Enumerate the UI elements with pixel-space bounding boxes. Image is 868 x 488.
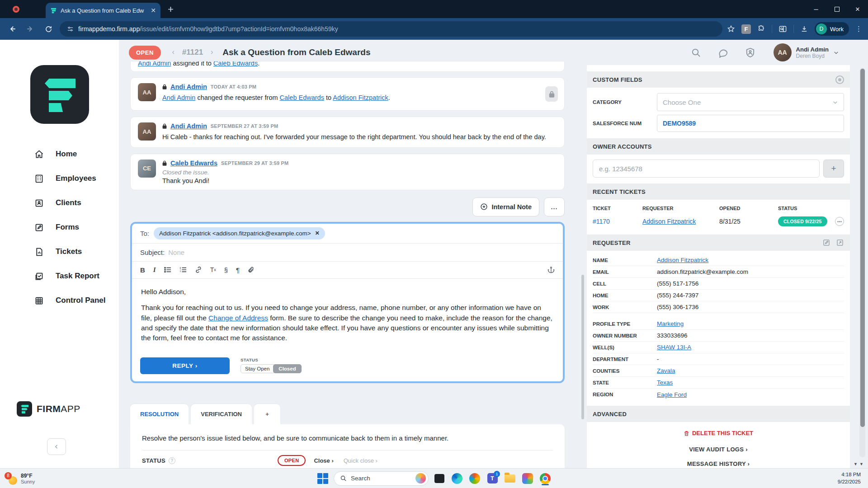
forward-icon[interactable] — [24, 25, 37, 33]
sidebar-item-tickets[interactable]: Tickets — [0, 239, 119, 264]
detail-link[interactable]: SHAW 13I-A — [657, 344, 691, 351]
closed-option[interactable]: Closed — [273, 364, 301, 373]
scrollbar-thumb[interactable] — [860, 69, 865, 427]
numbered-list-icon[interactable] — [179, 267, 187, 273]
bullet-list-icon[interactable] — [164, 267, 171, 273]
owner-account-input[interactable]: e.g. 12345678 — [593, 160, 820, 178]
new-tab-icon[interactable] — [168, 6, 174, 12]
messages-icon[interactable] — [716, 45, 731, 60]
message-history-link[interactable]: MESSAGE HISTORY › — [587, 460, 850, 467]
more-options-button[interactable]: ... — [544, 197, 565, 216]
reply-button[interactable]: REPLY › — [140, 357, 230, 374]
browser-menu-icon[interactable]: ⋮ — [855, 25, 863, 33]
detail-link[interactable]: Addison Fitzpatrick — [657, 257, 708, 263]
subject-field[interactable]: Subject: None — [132, 244, 563, 262]
site-settings-icon[interactable] — [67, 26, 74, 33]
stay-open-option[interactable]: Stay Open — [241, 364, 274, 373]
taskbar-weather[interactable]: 8 89°F Sunny — [5, 472, 35, 485]
anchor-icon[interactable] — [547, 266, 555, 273]
detail-link[interactable]: Texas — [657, 379, 673, 386]
bold-icon[interactable]: B — [140, 266, 145, 274]
section-icon[interactable]: § — [224, 266, 228, 274]
extensions-puzzle-icon[interactable] — [757, 25, 765, 33]
edit-requester-icon[interactable] — [822, 239, 830, 247]
url-bar[interactable]: firmappdemo.firm.app/issue/edit/ismfvm0h… — [60, 21, 722, 37]
taskbar-clock[interactable]: 4:18 PM 9/22/2025 — [838, 471, 861, 485]
close-window-icon[interactable]: ✕ — [847, 0, 868, 18]
message-body-editor[interactable]: Hello Addison, Thank you for reaching ou… — [132, 279, 563, 353]
tab-close-icon[interactable]: ✕ — [151, 7, 156, 14]
back-icon[interactable] — [5, 25, 19, 33]
view-audit-logs-link[interactable]: VIEW AUDIT LOGS › — [587, 446, 850, 453]
extension-f-icon[interactable]: F — [741, 24, 751, 34]
internal-note-button[interactable]: Internal Note — [472, 197, 539, 216]
bookmark-star-icon[interactable] — [727, 25, 735, 33]
italic-icon[interactable]: I — [153, 266, 156, 274]
recipient-chip[interactable]: Addison Fitzpatrick <addison.fitzpatrick… — [154, 227, 325, 239]
tab-verification[interactable]: VERIFICATION — [191, 404, 252, 424]
sidebar-item-forms[interactable]: Forms — [0, 215, 119, 239]
clear-format-icon[interactable]: Tx — [210, 266, 216, 273]
open-requester-external-icon[interactable] — [836, 239, 844, 247]
taskbar-copilot-icon[interactable] — [468, 472, 481, 485]
taskbar-search[interactable]: Search — [334, 471, 429, 486]
page-scrollbar[interactable] — [859, 68, 865, 457]
search-icon[interactable] — [689, 45, 704, 60]
change-of-address-link[interactable]: Change of Address — [208, 314, 268, 322]
taskbar-explorer-icon[interactable] — [503, 472, 517, 485]
user-link[interactable]: Caleb Edwards — [280, 94, 324, 101]
collapse-sidebar-button[interactable] — [47, 438, 66, 455]
author-link[interactable]: Andi Admin — [170, 83, 207, 90]
downloads-icon[interactable] — [800, 25, 808, 33]
attachment-icon[interactable] — [248, 266, 255, 273]
maximize-icon[interactable] — [826, 0, 847, 18]
row-menu-icon[interactable]: ••• — [835, 217, 844, 226]
prev-ticket-icon[interactable] — [171, 49, 176, 56]
user-link[interactable]: Andi Admin — [162, 94, 195, 101]
delete-ticket-button[interactable]: DELETE THIS TICKET — [684, 430, 753, 436]
user-link[interactable]: Andi Admin — [138, 61, 171, 67]
link-icon[interactable] — [195, 266, 202, 273]
current-user-menu[interactable]: AA Andi Admin Deren Boyd — [774, 43, 839, 61]
taskbar-chrome-icon[interactable] — [538, 472, 552, 485]
category-select[interactable]: Choose One — [657, 93, 844, 111]
detail-link[interactable]: Zavala — [657, 367, 675, 374]
user-link[interactable]: Addison Fitzpatrick — [333, 94, 388, 101]
content-scrollbar[interactable] — [581, 275, 584, 419]
browser-profile[interactable]: D Work — [815, 22, 849, 36]
to-field[interactable]: To: Addison Fitzpatrick <addison.fitzpat… — [132, 224, 563, 244]
author-link[interactable]: Andi Admin — [170, 122, 207, 130]
sidebar-item-clients[interactable]: Clients — [0, 191, 119, 215]
requester-link[interactable]: Addison Fitzpatrick — [642, 218, 696, 225]
help-icon[interactable]: ? — [169, 457, 175, 464]
taskbar-photos-icon[interactable] — [521, 472, 534, 485]
taskbar-app-dark[interactable] — [433, 472, 446, 485]
salesforce-input[interactable]: DEMO9589 — [657, 115, 844, 132]
user-link[interactable]: Caleb Edwards — [213, 61, 258, 67]
author-link[interactable]: Caleb Edwards — [170, 160, 217, 167]
detail-link[interactable]: Eagle Ford — [657, 391, 687, 398]
next-ticket-icon[interactable] — [209, 49, 214, 56]
sidebar-item-task-report[interactable]: Task Report — [0, 264, 119, 288]
close-link[interactable]: Close › — [314, 457, 333, 464]
visibility-eye-icon[interactable] — [835, 75, 844, 84]
scrollbar-arrows[interactable]: ▼▼ — [854, 462, 865, 466]
reload-icon[interactable] — [42, 25, 55, 33]
quick-close-link[interactable]: Quick close › — [344, 457, 377, 464]
ticket-link[interactable]: #1170 — [593, 218, 610, 225]
browser-tab[interactable]: Ask a Question from Caleb Edw ✕ — [46, 3, 160, 18]
start-button[interactable] — [316, 472, 330, 485]
add-tab-button[interactable]: + — [254, 404, 280, 424]
detail-link[interactable]: Marketing — [657, 320, 684, 327]
sidebar-item-employees[interactable]: Employees — [0, 166, 119, 191]
remove-recipient-icon[interactable]: ✕ — [315, 230, 320, 236]
pilcrow-icon[interactable]: ¶ — [236, 266, 240, 274]
taskbar-edge-icon[interactable] — [450, 472, 464, 485]
side-panel-search-icon[interactable] — [778, 25, 787, 33]
taskbar-teams-icon[interactable]: T1 — [486, 472, 499, 485]
account-shield-icon[interactable] — [743, 45, 758, 60]
sidebar-item-control-panel[interactable]: Control Panel — [0, 288, 119, 313]
sidebar-item-home[interactable]: Home — [0, 142, 119, 166]
tab-resolution[interactable]: RESOLUTION — [130, 404, 189, 424]
add-owner-account-button[interactable]: + — [823, 160, 844, 178]
